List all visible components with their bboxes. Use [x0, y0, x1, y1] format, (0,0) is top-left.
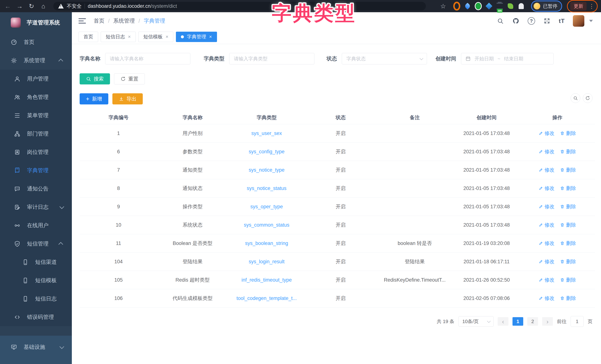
tab-sms-template[interactable]: 短信模板 ×: [138, 32, 173, 42]
sidebar-item-badge-6[interactable]: 岗位管理: [0, 143, 72, 161]
search-icon[interactable]: [497, 17, 504, 25]
edit-link[interactable]: 修改: [539, 148, 554, 155]
sidebar-item-online-10[interactable]: 在线用户: [0, 216, 72, 235]
tab-dict-management[interactable]: 字典管理 ×: [176, 32, 217, 42]
green-sprout-extension-icon[interactable]: [507, 3, 514, 10]
forward-icon[interactable]: →: [14, 1, 25, 11]
edit-link[interactable]: 修改: [539, 222, 554, 228]
bookmark-star-icon[interactable]: ☆: [440, 2, 446, 10]
delete-icon: [560, 223, 564, 227]
refresh-table-button[interactable]: [583, 93, 592, 103]
edit-link[interactable]: 修改: [539, 277, 554, 283]
delete-link[interactable]: 删除: [560, 203, 576, 210]
sidebar-item-phone-14[interactable]: 短信日志: [0, 290, 72, 308]
overflow-menu-icon[interactable]: ⋮: [589, 3, 594, 10]
delete-link[interactable]: 删除: [560, 185, 576, 192]
white-ghost-extension-icon[interactable]: [518, 3, 525, 10]
home-icon[interactable]: ⌂: [38, 1, 49, 11]
orange-ring-extension-icon[interactable]: [453, 3, 460, 10]
dict-type-link[interactable]: sys_login_result: [249, 259, 285, 264]
help-icon[interactable]: ?: [528, 17, 535, 25]
delete-link[interactable]: 删除: [560, 222, 576, 228]
reload-icon[interactable]: ↻: [26, 1, 37, 11]
browser-update-button[interactable]: 更新: [570, 2, 587, 10]
list-extension-icon[interactable]: on: [496, 3, 503, 10]
sidebar-item-phone-13[interactable]: 短信模板: [0, 271, 72, 290]
sidebar-item-org-5[interactable]: 部门管理: [0, 125, 72, 143]
delete-link[interactable]: 删除: [560, 240, 576, 247]
next-page-button[interactable]: ›: [542, 317, 553, 326]
url-host: dashboard.yudao.iocoder.cn: [88, 3, 150, 9]
blue-diamond-extension-icon[interactable]: [485, 3, 492, 10]
sidebar-item-user-2[interactable]: 用户管理: [0, 70, 72, 88]
dict-type-link[interactable]: sys_config_type: [249, 149, 285, 154]
green-circle-extension-icon[interactable]: [475, 3, 482, 10]
delete-link[interactable]: 删除: [560, 295, 576, 302]
dict-name-input[interactable]: [105, 53, 190, 64]
edit-link[interactable]: 修改: [539, 240, 554, 247]
edit-link[interactable]: 修改: [539, 258, 554, 265]
edit-link[interactable]: 修改: [539, 130, 554, 137]
dict-type-link[interactable]: sys_user_sex: [251, 131, 282, 136]
prev-page-button[interactable]: ‹: [498, 317, 508, 326]
sidebar-item-users-3[interactable]: 角色管理: [0, 88, 72, 106]
sidebar-item-phone-12[interactable]: 短信渠道: [0, 253, 72, 271]
back-icon[interactable]: ←: [3, 1, 13, 11]
dict-type-link[interactable]: sys_boolean_string: [245, 241, 288, 246]
edit-link[interactable]: 修改: [539, 203, 554, 210]
delete-link[interactable]: 删除: [560, 148, 576, 155]
blue-drop-extension-icon[interactable]: [464, 3, 471, 10]
sidebar-item-dict-7[interactable]: 字典管理: [0, 161, 72, 180]
edit-link[interactable]: 修改: [539, 295, 554, 302]
tab-home[interactable]: 首页: [79, 32, 98, 42]
close-icon[interactable]: ×: [166, 34, 168, 40]
sidebar-item-code-15[interactable]: 错误码管理: [0, 308, 72, 326]
fullscreen-icon[interactable]: [543, 17, 551, 25]
github-icon[interactable]: [512, 17, 520, 25]
show-search-button[interactable]: [571, 93, 580, 103]
font-size-icon[interactable]: tT: [559, 18, 565, 24]
search-button[interactable]: 搜索: [80, 73, 110, 84]
dict-type-input[interactable]: [229, 53, 314, 64]
sidebar-item-gear-1[interactable]: 系统管理: [0, 51, 72, 70]
dict-type-link[interactable]: sys_oper_type: [250, 204, 283, 209]
reset-button[interactable]: 重置: [114, 73, 145, 84]
dict-type-link[interactable]: sys_notice_type: [249, 167, 285, 173]
sidebar-item-sms-11[interactable]: 短信管理: [0, 235, 72, 253]
goto-page-input[interactable]: [571, 316, 584, 327]
status-select[interactable]: 字典状态: [342, 53, 427, 64]
date-range-picker[interactable]: 开始日期 ~ 结束日期: [461, 53, 554, 64]
sidebar-item-audit-9[interactable]: 审计日志: [0, 198, 72, 216]
page-button-1[interactable]: 1: [512, 317, 523, 326]
hamburger-menu-icon[interactable]: [79, 18, 86, 23]
sidebar-item-dashboard-0[interactable]: 首页: [0, 33, 72, 51]
sidebar-item-monitor-16[interactable]: 基础设施: [0, 338, 72, 356]
add-button[interactable]: + 新增: [80, 93, 108, 104]
sidebar-item-menu-4[interactable]: 菜单管理: [0, 106, 72, 125]
dict-type-link[interactable]: sys_notice_status: [247, 185, 287, 191]
sidebar-item-announcement-8[interactable]: 通知公告: [0, 180, 72, 198]
delete-link[interactable]: 删除: [560, 277, 576, 283]
avatar-dropdown-icon[interactable]: [589, 20, 593, 22]
breadcrumb-system[interactable]: 系统管理: [113, 17, 135, 25]
delete-link[interactable]: 删除: [560, 130, 576, 137]
delete-link[interactable]: 删除: [560, 258, 576, 265]
cell-dict-id: 8: [80, 185, 157, 191]
delete-label: 删除: [566, 167, 576, 173]
page-button-2[interactable]: 2: [527, 317, 538, 326]
dict-type-link[interactable]: inf_redis_timeout_type: [241, 277, 292, 283]
dict-type-link[interactable]: tool_codegen_template_t...: [236, 295, 297, 301]
close-icon[interactable]: ×: [128, 34, 131, 40]
dict-type-link[interactable]: sys_common_status: [244, 222, 289, 228]
breadcrumb-home[interactable]: 首页: [94, 17, 104, 25]
paused-extension-badge[interactable]: 已暂停: [531, 0, 562, 12]
export-button[interactable]: 导出: [112, 93, 143, 104]
edit-link[interactable]: 修改: [539, 167, 554, 173]
address-bar[interactable]: 不安全 dashboard.yudao.iocoder.cn/system/di…: [53, 2, 426, 10]
edit-link[interactable]: 修改: [539, 185, 554, 192]
tab-sms-log[interactable]: 短信日志 ×: [101, 32, 136, 42]
delete-link[interactable]: 删除: [560, 167, 576, 173]
page-size-select[interactable]: 10条/页: [459, 316, 494, 327]
user-avatar[interactable]: [573, 15, 584, 27]
close-icon[interactable]: ×: [209, 34, 212, 40]
